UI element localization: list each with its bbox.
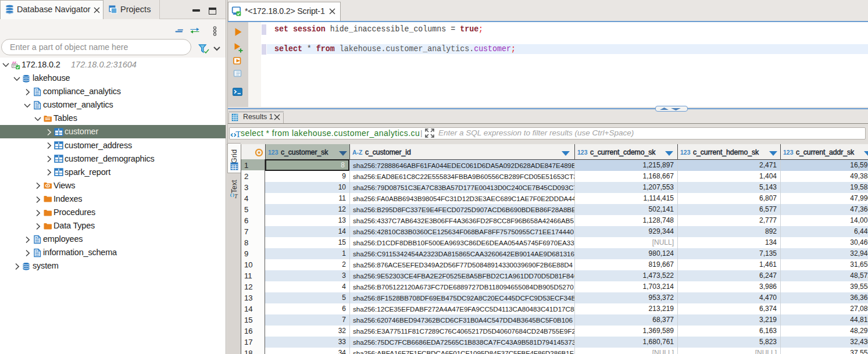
svg-text:T: T — [235, 130, 241, 138]
svg-text:T: T — [234, 193, 238, 199]
